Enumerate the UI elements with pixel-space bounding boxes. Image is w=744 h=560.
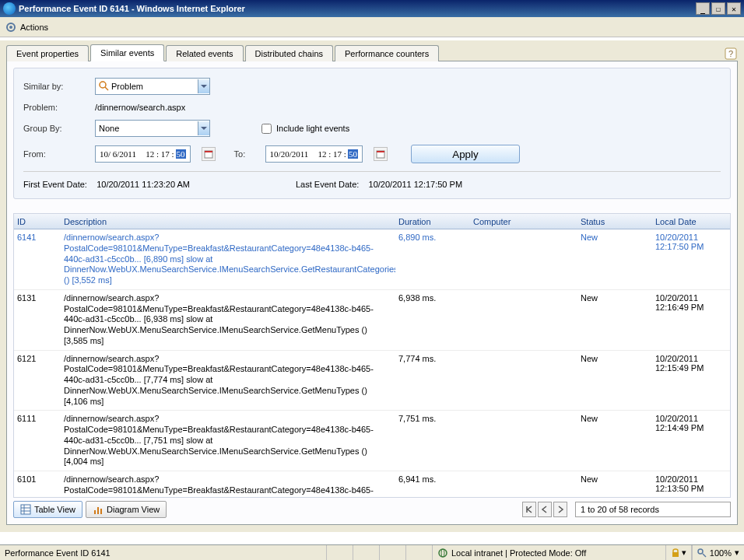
first-event-label: First Event Date: [23,180,87,189]
table-row[interactable]: 6121/dinnernow/search.aspx?PostalCode=98… [14,351,730,411]
zoom-cell[interactable]: 100% ▾ [692,545,744,560]
status-page: Performance Event ID 6141 [0,545,327,560]
cell-computer [470,292,577,295]
cell-computer [470,473,577,476]
magnifier-icon [697,548,707,558]
cell-status: New [577,473,652,485]
table-row[interactable]: 6101/dinnernow/search.aspx?PostalCode=98… [14,471,730,497]
cell-local-date: 10/20/201112:13:50 PM [652,473,713,495]
table-header: ID Description Duration Computer Status … [14,214,730,229]
svg-rect-16 [100,509,102,514]
cell-duration: 6,941 ms. [395,473,470,485]
close-button[interactable]: ✕ [727,2,741,15]
ie-icon [3,2,16,15]
table-body[interactable]: 6141/dinnernow/search.aspx?PostalCode=98… [14,229,730,497]
cell-status: New [577,352,652,365]
to-label: To: [234,149,265,159]
svg-line-21 [703,554,706,557]
cell-id: 6121 [14,352,61,365]
apply-button[interactable]: Apply [411,145,520,163]
chevron-down-icon[interactable] [198,79,209,93]
calendar-icon[interactable] [374,147,388,161]
from-label: From: [23,149,95,159]
table-row[interactable]: 6141/dinnernow/search.aspx?PostalCode=98… [14,229,730,290]
from-date-input[interactable]: 10/ 6/2011 12 : 17 : 50 [95,145,191,163]
problem-label: Problem: [23,103,95,112]
cell-description: /dinnernow/search.aspx?PostalCode=98101&… [61,412,395,469]
cell-computer [470,352,577,355]
similar-by-combo[interactable]: Problem [95,78,210,95]
window-titlebar[interactable]: Performance Event ID 6141 - Windows Inte… [0,0,744,17]
group-by-value: None [99,124,198,133]
minimize-button[interactable]: _ [696,2,710,15]
cell-local-date: 10/20/201112:17:50 PM [652,231,713,253]
table-view-button[interactable]: Table View [13,501,82,518]
magnifier-icon [99,81,110,92]
svg-point-4 [100,82,106,88]
include-light-input[interactable] [261,124,272,134]
to-date-input[interactable]: 10/20/2011 12 : 17 : 50 [265,145,363,163]
calendar-icon[interactable] [202,147,216,161]
status-bar: Performance Event ID 6141 Local intranet… [0,544,744,560]
col-id[interactable]: ID [14,215,61,228]
next-page-button[interactable] [553,502,567,517]
cell-id: 6101 [14,473,61,485]
table-row[interactable]: 6111/dinnernow/search.aspx?PostalCode=98… [14,411,730,471]
svg-text:?: ? [728,49,733,58]
cell-status: New [577,292,652,304]
include-light-checkbox[interactable]: Include light events [261,124,349,134]
col-status[interactable]: Status [577,215,652,228]
first-event-value: 10/20/2011 11:23:20 AM [97,180,190,189]
cell-id: 6111 [14,412,61,425]
maximize-button[interactable]: ☐ [711,2,725,15]
cell-local-date: 10/20/201112:16:49 PM [652,292,713,313]
diagram-view-button[interactable]: Diagram View [86,501,167,518]
cell-duration: 7,774 ms. [395,352,470,365]
globe-icon [437,548,448,558]
last-event-value: 10/20/2011 12:17:50 PM [369,180,462,189]
problem-value: /dinnernow/search.aspx [95,103,185,112]
footer-row: Table View Diagram View 1 to 20 of 58 re… [13,501,731,518]
col-duration[interactable]: Duration [395,215,470,228]
cell-id: 6141 [14,231,61,243]
tab-distributed-chains[interactable]: Distributed chains [245,45,333,61]
tab-row: Event properties Similar events Related … [6,40,738,61]
svg-point-18 [441,549,444,557]
cell-local-date: 10/20/201112:14:49 PM [652,412,713,434]
status-security: Local intranet | Protected Mode: Off [433,545,666,560]
tab-event-properties[interactable]: Event properties [6,45,89,61]
filter-box: Similar by: Problem Problem: /dinnernow/… [13,68,731,199]
first-page-button[interactable] [522,502,536,517]
cell-status: New [577,412,652,425]
svg-point-20 [698,549,703,554]
actions-label[interactable]: Actions [20,23,48,32]
svg-point-17 [439,549,447,557]
chevron-down-icon[interactable] [198,121,209,135]
help-icon[interactable]: ? [724,47,738,61]
cell-description: /dinnernow/search.aspx?PostalCode=98101&… [61,292,395,348]
svg-rect-7 [205,151,212,152]
table-view-label: Table View [34,505,75,514]
diagram-view-label: Diagram View [107,505,160,514]
svg-rect-19 [672,552,679,557]
group-by-combo[interactable]: None [95,120,210,137]
svg-point-1 [9,26,12,29]
col-computer[interactable]: Computer [470,215,577,228]
cell-duration: 7,751 ms. [395,412,470,425]
prev-page-button[interactable] [538,502,552,517]
last-event-label: Last Event Date: [296,180,359,189]
table-row[interactable]: 6131/dinnernow/search.aspx?PostalCode=98… [14,290,730,351]
record-info: 1 to 20 of 58 records [575,502,731,517]
tab-performance-counters[interactable]: Performance counters [335,45,439,61]
lock-icon [671,548,680,558]
cell-local-date: 10/20/201112:15:49 PM [652,352,713,374]
cell-description[interactable]: /dinnernow/search.aspx?PostalCode=98101&… [61,231,395,288]
window-title: Performance Event ID 6141 - Windows Inte… [19,4,694,13]
tab-related-events[interactable]: Related events [166,45,243,61]
col-description[interactable]: Description [61,215,395,228]
divider [23,171,721,172]
col-local-date[interactable]: Local Date [652,215,713,228]
cell-status: New [577,231,652,243]
security-lock-cell[interactable]: ▾ [666,545,692,560]
tab-similar-events[interactable]: Similar events [90,44,164,61]
